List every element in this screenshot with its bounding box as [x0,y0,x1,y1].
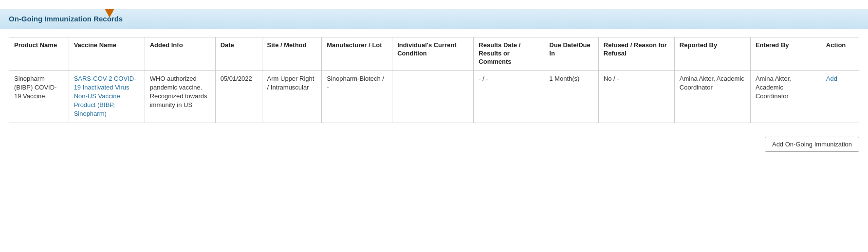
col-header-due-date: Due Date/Due In [544,37,598,71]
table-header-row: Product Name Vaccine Name Added Info Dat… [9,37,859,71]
section-header: On-Going Immunization Records [0,9,868,29]
cell-added-info: WHO authorized pandemic vaccine. Recogni… [145,70,215,123]
page-wrapper: On-Going Immunization Records Product Na… [0,9,868,252]
cell-due-date: 1 Month(s) [544,70,598,123]
col-header-manufacturer-lot: Manufacturer / Lot [322,37,392,71]
immunization-table: Product Name Vaccine Name Added Info Dat… [9,37,859,123]
cell-results-date: - / - [474,70,544,123]
add-ongoing-immunization-button[interactable]: Add On-Going Immunization [765,137,859,152]
arrow-indicator [105,9,114,18]
action-add-link[interactable]: Add [826,75,837,82]
col-header-action: Action [821,37,859,71]
col-header-added-info: Added Info [145,37,215,71]
table-row: Sinopharm (BIBP) COVID-19 Vaccine SARS-C… [9,70,859,123]
cell-individual-condition [392,70,474,123]
cell-vaccine-name: SARS-COV-2 COVID-19 Inactivated Virus No… [69,70,145,123]
cell-site-method: Arm Upper Right / Intramuscular [262,70,322,123]
cell-refused-reason: No / - [598,70,674,123]
cell-reported-by: Amina Akter, Academic Coordinator [674,70,750,123]
vaccine-name-link[interactable]: SARS-COV-2 COVID-19 Inactivated Virus No… [74,75,136,118]
col-header-reported-by: Reported By [674,37,750,71]
col-header-entered-by: Entered By [750,37,821,71]
col-header-refused-reason: Refused / Reason for Refusal [598,37,674,71]
col-header-site-method: Site / Method [262,37,322,71]
footer-row: Add On-Going Immunization [0,131,868,158]
col-header-vaccine: Vaccine Name [69,37,145,71]
cell-product-name: Sinopharm (BIBP) COVID-19 Vaccine [9,70,69,123]
col-header-product: Product Name [9,37,69,71]
col-header-date: Date [215,37,262,71]
col-header-individual-condition: Individual's Current Condition [392,37,474,71]
cell-date: 05/01/2022 [215,70,262,123]
cell-action: Add [821,70,859,123]
cell-manufacturer-lot: Sinopharm-Biotech / - [322,70,392,123]
cell-entered-by: Amina Akter, Academic Coordinator [750,70,821,123]
col-header-results-date: Results Date / Results or Comments [474,37,544,71]
table-container: Product Name Vaccine Name Added Info Dat… [0,29,868,131]
